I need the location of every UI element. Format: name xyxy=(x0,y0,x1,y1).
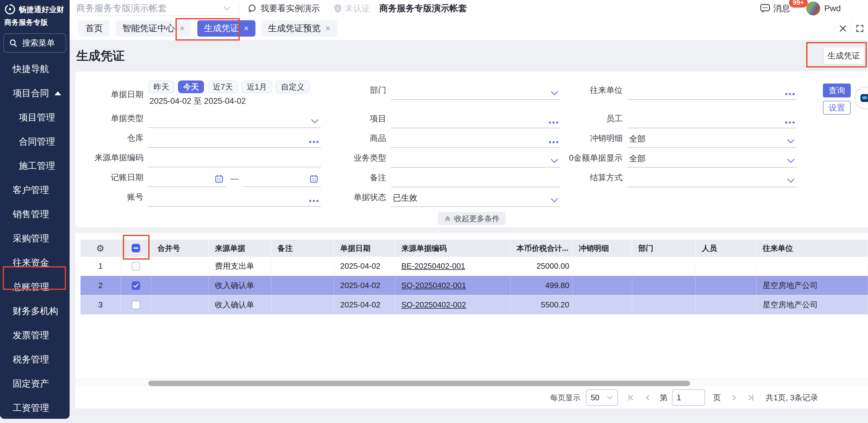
sidebar-item-invoice-mgmt[interactable]: 发票管理 xyxy=(0,323,70,347)
source-code-link[interactable]: SQ-20250402-002 xyxy=(401,300,466,310)
tab-smart-voucher-center[interactable]: 智能凭证中心× xyxy=(116,20,191,37)
tab-voucher-preview[interactable]: 生成凭证预览× xyxy=(261,20,337,37)
chip-today[interactable]: 今天 xyxy=(178,80,204,93)
chevron-down-icon xyxy=(607,395,613,400)
col-header-source-code[interactable]: 来源单据编码 xyxy=(395,240,510,257)
topbar-right: 消息 99+ Pwd xyxy=(760,1,868,15)
doc-type-select[interactable] xyxy=(148,108,321,128)
user-avatar[interactable] xyxy=(806,1,820,15)
calendar-icon xyxy=(215,174,224,183)
prev-page-button[interactable] xyxy=(644,394,652,401)
date-range-value[interactable]: 2025-04-02 至 2025-04-02 xyxy=(148,96,321,106)
department-select[interactable] xyxy=(391,80,560,100)
row-checkbox-checked[interactable] xyxy=(132,282,140,290)
scrollbar-thumb[interactable] xyxy=(148,381,690,386)
last-page-button[interactable] xyxy=(747,394,755,401)
messages-button[interactable]: 消息 99+ xyxy=(760,3,790,14)
message-icon xyxy=(760,4,770,13)
filter-goods: 商品 xyxy=(329,128,560,148)
source-code-input[interactable] xyxy=(148,148,321,167)
zero-amount-select[interactable]: 全部 xyxy=(627,148,797,168)
cell-doc-date: 2025-04-02 xyxy=(334,295,395,315)
source-code-link[interactable]: BE-20250402-001 xyxy=(401,261,465,271)
chip-yesterday[interactable]: 昨天 xyxy=(148,80,174,93)
posting-date-end[interactable] xyxy=(243,167,321,187)
first-page-button[interactable] xyxy=(627,394,635,401)
col-header-writeoff[interactable]: 冲销明细 xyxy=(572,240,632,257)
sidebar-item-project-contract[interactable]: 项目合同 xyxy=(0,81,70,105)
filter-employee: 员工 xyxy=(563,109,797,128)
sidebar-item-purchase-mgmt[interactable]: 采购管理 xyxy=(0,226,70,251)
gear-icon[interactable]: ⚙ xyxy=(96,243,104,254)
sidebar-item-project-mgmt[interactable]: 项目管理 xyxy=(0,105,70,130)
column-settings-header[interactable]: ⚙ xyxy=(81,240,121,257)
filter-note: 备注 xyxy=(329,168,560,187)
cert-badge-icon: 企 xyxy=(333,4,342,13)
cell-source-doc: 收入确认单 xyxy=(209,295,272,315)
row-checkbox[interactable] xyxy=(132,262,140,270)
project-picker[interactable] xyxy=(391,109,560,128)
writeoff-select[interactable]: 全部 xyxy=(627,128,797,148)
business-type-select[interactable] xyxy=(391,148,560,168)
close-icon[interactable] xyxy=(834,17,851,40)
tab-close-icon[interactable]: × xyxy=(180,25,185,33)
col-header-doc-date[interactable]: 单据日期 xyxy=(334,240,395,257)
employee-picker[interactable] xyxy=(627,109,797,128)
chip-last-month[interactable]: 近1月 xyxy=(242,80,272,93)
col-header-partner[interactable]: 往来单位 xyxy=(756,240,868,257)
tab-close-icon[interactable]: × xyxy=(326,25,331,33)
tab-generate-voucher[interactable]: 生成凭证× xyxy=(197,20,255,37)
select-all-header[interactable] xyxy=(121,240,151,257)
tab-home[interactable]: 首页 xyxy=(79,20,110,37)
tab-close-icon[interactable]: × xyxy=(244,25,249,33)
logo-subtitle: 商务服务专版 xyxy=(0,15,70,27)
col-header-merge-no[interactable]: 合并号 xyxy=(151,240,209,257)
settlement-select[interactable] xyxy=(627,168,797,187)
next-page-button[interactable] xyxy=(730,394,738,401)
generate-voucher-button[interactable]: 生成凭证 xyxy=(823,47,864,64)
sidebar-item-sales-mgmt[interactable]: 销售管理 xyxy=(0,202,70,226)
per-page-select[interactable]: 50 xyxy=(586,389,618,406)
doc-status-select[interactable]: 已生效 xyxy=(391,187,560,207)
sidebar-item-funds[interactable]: 往来资金 xyxy=(0,251,70,275)
note-input[interactable] xyxy=(391,168,560,187)
sidebar-item-fixed-assets[interactable]: 固定资产 xyxy=(0,371,70,396)
horizontal-scrollbar[interactable] xyxy=(75,380,868,387)
col-header-person[interactable]: 人员 xyxy=(696,240,756,257)
sidebar-item-general-ledger[interactable]: 总账管理 xyxy=(0,275,70,299)
source-code-link[interactable]: SQ-20250402-001 xyxy=(401,281,466,290)
sidebar-item-multi-org-finance[interactable]: 财务多机构 xyxy=(0,299,70,323)
col-header-source-doc[interactable]: 来源单据 xyxy=(209,240,272,257)
goods-picker[interactable] xyxy=(391,128,560,148)
partner-picker[interactable] xyxy=(627,80,797,100)
account-selector[interactable]: 商务服务专版演示帐套 xyxy=(76,1,231,16)
sidebar-item-payroll-mgmt[interactable]: 工资管理 xyxy=(0,396,70,420)
sidebar-item-customer-mgmt[interactable]: 客户管理 xyxy=(0,178,70,202)
collapse-more-filters-button[interactable]: 收起更多条件 xyxy=(438,212,506,225)
demo-link[interactable]: 我要看实例演示 xyxy=(247,3,320,14)
tabbar: 首页 智能凭证中心× 生成凭证× 生成凭证预览× xyxy=(70,17,868,40)
warehouse-picker[interactable] xyxy=(148,128,321,148)
sidebar-item-contract-mgmt[interactable]: 合同管理 xyxy=(0,130,70,154)
search-menu-button[interactable]: 搜索菜单 xyxy=(3,33,66,53)
col-header-note[interactable]: 备注 xyxy=(272,240,334,257)
filter-posting-date: 记账日期 — xyxy=(82,167,321,187)
account-no-picker[interactable] xyxy=(148,187,321,207)
fullscreen-icon[interactable] xyxy=(851,17,868,40)
posting-date-start[interactable] xyxy=(148,167,226,187)
sidebar-item-quick-nav[interactable]: 快捷导航 xyxy=(0,57,70,81)
select-all-checkbox[interactable] xyxy=(132,244,140,252)
col-header-dept[interactable]: 部门 xyxy=(632,240,696,257)
settings-button[interactable]: 设置 xyxy=(823,101,851,115)
chip-custom[interactable]: 自定义 xyxy=(276,80,310,93)
page-title: 生成凭证 xyxy=(76,47,125,64)
page-number-input[interactable] xyxy=(672,389,705,406)
row-checkbox[interactable] xyxy=(132,301,140,309)
col-header-amount[interactable]: 本币价税合计... xyxy=(510,240,572,257)
query-button[interactable]: 查询 xyxy=(823,84,851,97)
chevron-down-icon xyxy=(550,198,559,203)
page-prefix: 第 xyxy=(660,392,668,403)
chip-last-7-days[interactable]: 近7天 xyxy=(208,80,238,93)
sidebar-item-construction-mgmt[interactable]: 施工管理 xyxy=(0,154,70,178)
sidebar-item-tax-mgmt[interactable]: 税务管理 xyxy=(0,347,70,371)
